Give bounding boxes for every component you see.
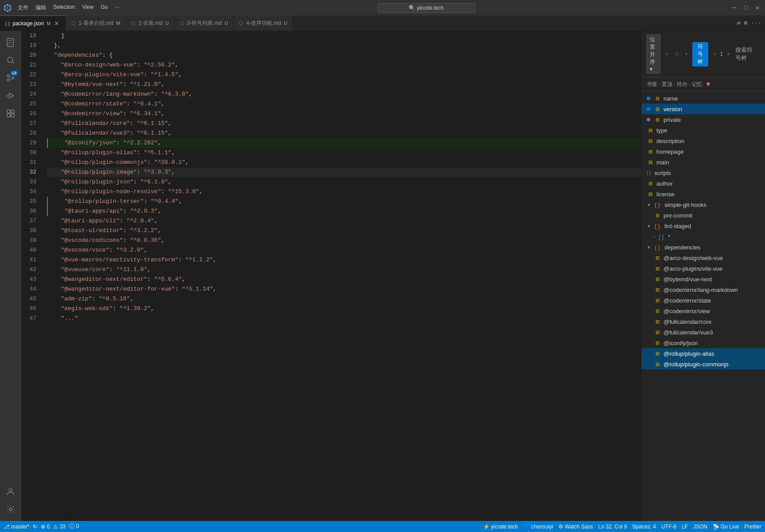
spaces-status[interactable]: Spaces: 4	[632, 524, 656, 530]
bracket-icon-iconify: ⊟	[654, 339, 661, 346]
split-editor-icon[interactable]: ⇄	[737, 19, 741, 27]
watch-sass-status[interactable]: ⚙ Watch Sass	[558, 524, 593, 530]
git-branch-status[interactable]: ⎇ master*	[4, 524, 29, 530]
tree-item-bytemd[interactable]: ⊟ @bytemd/vue-next	[641, 274, 765, 284]
tree-item-lint-staged[interactable]: ▼ { } lint-staged	[641, 221, 765, 231]
remote-status[interactable]: ⚡ yicode.tech	[483, 524, 518, 530]
nav-left-button[interactable]: ‹	[662, 50, 671, 58]
tree-item-version[interactable]: ⊟ version	[641, 104, 765, 114]
code-line-18: ]	[47, 31, 641, 41]
tree-item-arco-plugins[interactable]: ⊟ @arco-plugins/vite-vue	[641, 263, 765, 274]
menu-file[interactable]: 文件	[15, 3, 31, 12]
window-controls: ─ □ ✕	[730, 4, 761, 12]
nav-prev-symbol[interactable]: ‹	[710, 50, 719, 58]
tab-package-json[interactable]: { } package.json M ✕	[0, 16, 66, 31]
error-icon: ⊗ 0	[41, 524, 50, 530]
user-status[interactable]: 👤 chensuiyi	[523, 524, 553, 530]
go-live-status[interactable]: 📡 Go Live	[713, 524, 739, 530]
tree-item-rollup-commonjs[interactable]: ⊟ @rollup/plugin-commonjs	[641, 359, 765, 369]
bracket-icon-rollup-alias: ⊟	[654, 350, 661, 357]
bracket-icon-array: [ ]	[659, 233, 664, 240]
tree-label-main: main	[656, 159, 669, 166]
code-line-30: "@rollup/plugin-alias": "^5.1.1",	[47, 148, 641, 158]
tree-item-homepage[interactable]: ⊟ homepage	[641, 146, 765, 157]
menu-more[interactable]: ···	[112, 3, 122, 12]
tree-item-rollup-alias[interactable]: ⊟ @rollup/plugin-alias	[641, 348, 765, 359]
tree-label-fullcalendar-vue3: @fullcalendar/vue3	[664, 329, 713, 336]
errors-status[interactable]: ⊗ 0	[41, 524, 50, 530]
tab-basic-intro[interactable]: ⬡ 1-基本介绍.md M	[66, 16, 126, 31]
tree-item-license[interactable]: ⊟ license	[641, 189, 765, 199]
line-num-32: 32	[25, 167, 36, 177]
tab-install[interactable]: ⬡ 2-安装.md U	[126, 16, 175, 31]
menu-edit[interactable]: 编辑	[33, 3, 49, 12]
menu-view[interactable]: View	[79, 3, 96, 12]
heart-icon: ♥	[706, 80, 710, 88]
position-status[interactable]: Ln 32, Col 9	[598, 524, 627, 530]
tab-symbol-list[interactable]: ⬡ 3-符号列表.md U	[175, 16, 234, 31]
tree-item-author[interactable]: ⊟ author	[641, 178, 765, 189]
bracket-icon-name: ⊟	[654, 95, 661, 102]
panel-nav: ‹ ○ ›	[662, 50, 691, 58]
tree-item-iconify[interactable]: ⊟ @iconify/json	[641, 338, 765, 348]
close-button[interactable]: ✕	[753, 4, 761, 12]
info-status[interactable]: ⓘ 0	[69, 523, 79, 530]
tree-item-main[interactable]: ⊟ main	[641, 157, 765, 167]
tree-item-codemirror-view[interactable]: ⊟ @codemirror/view	[641, 306, 765, 316]
menu-selection[interactable]: Selection	[51, 3, 78, 12]
symbol-tree-tab[interactable]: 符号树	[692, 42, 708, 66]
tree-item-type[interactable]: ⊟ type	[641, 125, 765, 136]
minimize-button[interactable]: ─	[730, 4, 738, 12]
tree-item-lint-staged-array[interactable]: › [ ] *	[641, 231, 765, 242]
tree-item-dependencies[interactable]: ▼ { } dependencies	[641, 242, 765, 252]
panel-search-button[interactable]: 搜索符号树	[733, 45, 760, 63]
explorer-icon[interactable]	[3, 35, 19, 50]
position-dropdown[interactable]: 位置升序 ▾	[647, 35, 660, 74]
run-debug-icon[interactable]	[3, 88, 19, 104]
bracket-icon-fullcalendar-core: ⊟	[654, 318, 661, 325]
info-icon: ⓘ 0	[69, 523, 79, 530]
tree-item-scripts[interactable]: { } scripts	[641, 167, 765, 178]
menu-go[interactable]: Go	[98, 3, 110, 12]
code-line-33: "@rollup/plugin-json": "^6.1.0",	[47, 177, 641, 187]
search-icon[interactable]	[3, 52, 19, 68]
nav-refresh-button[interactable]: ○	[672, 50, 681, 58]
tree-item-fullcalendar-core[interactable]: ⊟ @fullcalendar/core	[641, 316, 765, 327]
maximize-button[interactable]: □	[742, 4, 750, 12]
tab-close-package-json[interactable]: ✕	[53, 20, 60, 27]
prettier-status[interactable]: Prettier	[744, 524, 761, 530]
tree-item-name[interactable]: ⊟ name	[641, 93, 765, 104]
language-status[interactable]: JSON	[693, 524, 707, 530]
symbol-tree-panel[interactable]: ⊟ name ⊟ version ⊟ private ⊟ type	[641, 91, 765, 521]
source-control-icon[interactable]: 14	[3, 70, 19, 86]
tree-label-author: author	[656, 180, 673, 187]
tree-item-private[interactable]: ⊟ private	[641, 114, 765, 125]
settings-icon[interactable]	[3, 501, 19, 517]
nav-next-symbol[interactable]: ›	[724, 50, 733, 58]
menu-bar[interactable]: 文件 编辑 Selection View Go ···	[15, 3, 122, 12]
code-content[interactable]: ] }, "dependencies": { "@arco-design/web…	[43, 31, 641, 521]
extensions-icon[interactable]	[3, 105, 19, 121]
eol-status[interactable]: LF	[682, 524, 688, 530]
search-bar[interactable]: 🔍 yicode.tech	[378, 3, 475, 13]
user-label: chensuiyi	[531, 524, 553, 530]
code-line-43: "@wangeditor-next/editor": "^5.6.4",	[47, 275, 641, 284]
sync-status[interactable]: ↻	[33, 524, 37, 530]
encoding-status[interactable]: UTF-8	[661, 524, 676, 530]
more-actions-icon[interactable]: ···	[751, 20, 761, 27]
tab-sort[interactable]: ⬡ 4-排序功能.md U	[234, 16, 293, 31]
code-editor[interactable]: 18 19 20 21 22 23 24 25 26 27 28 29 30 3…	[21, 31, 641, 521]
tree-item-simple-git-hooks[interactable]: ▼ { } simple-git-hooks	[641, 199, 765, 210]
tree-item-arco-design[interactable]: ⊟ @arco-design/web-vue	[641, 252, 765, 263]
warnings-status[interactable]: ⚠ 33	[53, 524, 66, 530]
tree-item-pre-commit[interactable]: ⊟ pre-commit	[641, 210, 765, 221]
tab-bar: { } package.json M ✕ ⬡ 1-基本介绍.md M ⬡ 2-安…	[0, 16, 765, 31]
tree-item-fullcalendar-vue3[interactable]: ⊟ @fullcalendar/vue3	[641, 327, 765, 338]
line-num-47: 47	[25, 314, 36, 323]
tree-item-description[interactable]: ⊟ description	[641, 136, 765, 146]
tree-item-codemirror-lang[interactable]: ⊟ @codemirror/lang-markdown	[641, 284, 765, 295]
account-icon[interactable]	[3, 484, 19, 500]
layout-icon[interactable]: ⊞	[744, 19, 748, 27]
tree-item-codemirror-state[interactable]: ⊟ @codemirror/state	[641, 295, 765, 306]
nav-right-button[interactable]: ›	[682, 50, 691, 58]
